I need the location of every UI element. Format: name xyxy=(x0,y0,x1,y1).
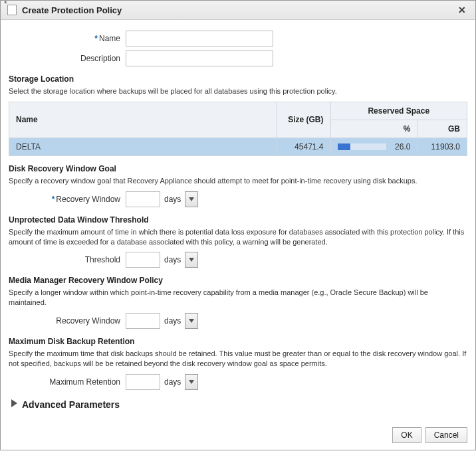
unprotected-unit-dropdown[interactable] xyxy=(185,252,198,268)
media-input[interactable] xyxy=(126,313,160,329)
col-size[interactable]: Size (GB) xyxy=(277,102,330,138)
retention-row: Maximum Retention days xyxy=(9,374,467,390)
expand-icon xyxy=(11,399,18,409)
chevron-down-icon xyxy=(189,258,194,262)
storage-location-desc: Select the storage location where backup… xyxy=(9,86,467,96)
advanced-parameters-label: Advanced Parameters xyxy=(22,399,120,410)
unprotected-label: Threshold xyxy=(9,255,126,264)
disk-window-desc: Specify a recovery window goal that Reco… xyxy=(9,176,467,186)
retention-input[interactable] xyxy=(126,374,160,390)
cell-size: 45471.4 xyxy=(277,138,330,155)
cell-pct: 26.0 xyxy=(330,138,417,155)
media-label: Recovery Window xyxy=(9,316,126,326)
storage-table: Name Size (GB) Reserved Space % GB DELTA… xyxy=(9,102,467,156)
dialog-title: Create Protection Policy xyxy=(22,5,455,15)
unprotected-input[interactable] xyxy=(126,252,160,268)
disk-window-label: *Recovery Window xyxy=(9,195,126,204)
disk-window-row: *Recovery Window days xyxy=(9,191,467,207)
col-reserved-group: Reserved Space xyxy=(330,102,467,120)
dialog-content: *Name Description Storage Location Selec… xyxy=(1,20,475,421)
document-icon xyxy=(7,5,17,15)
retention-desc: Specify the maximum time that disk backu… xyxy=(9,349,467,369)
table-row[interactable]: DELTA45471.426.011903.0 xyxy=(9,138,467,155)
disk-window-heading: Disk Recovery Window Goal xyxy=(9,164,467,173)
chevron-down-icon xyxy=(189,319,194,323)
titlebar: Create Protection Policy ✕ xyxy=(1,1,475,20)
description-input[interactable] xyxy=(126,50,273,66)
media-row: Recovery Window days xyxy=(9,313,467,329)
col-pct[interactable]: % xyxy=(330,120,417,138)
media-unit-dropdown[interactable] xyxy=(185,313,198,329)
dialog-footer: OK Cancel xyxy=(1,421,475,450)
unprotected-row: Threshold days xyxy=(9,252,467,268)
retention-unit-dropdown[interactable] xyxy=(185,374,198,390)
name-row: *Name xyxy=(9,31,467,47)
retention-heading: Maximum Disk Backup Retention xyxy=(9,337,467,346)
retention-label: Maximum Retention xyxy=(9,377,126,387)
svg-marker-3 xyxy=(189,380,194,384)
close-icon[interactable]: ✕ xyxy=(455,5,469,15)
cell-gb: 11903.0 xyxy=(417,138,467,155)
svg-marker-2 xyxy=(189,319,194,323)
description-label: Description xyxy=(9,54,126,63)
create-protection-policy-dialog: Create Protection Policy ✕ *Name Descrip… xyxy=(0,0,476,450)
disk-window-input[interactable] xyxy=(126,191,160,207)
advanced-parameters-toggle[interactable]: Advanced Parameters xyxy=(11,399,467,410)
col-gb[interactable]: GB xyxy=(417,120,467,138)
svg-marker-4 xyxy=(11,399,17,407)
retention-unit: days xyxy=(160,377,185,387)
name-input[interactable] xyxy=(126,31,273,47)
ok-button[interactable]: OK xyxy=(392,427,421,443)
unprotected-unit: days xyxy=(160,255,185,264)
col-name[interactable]: Name xyxy=(9,102,277,138)
disk-window-unit-dropdown[interactable] xyxy=(185,191,198,207)
svg-marker-0 xyxy=(189,197,194,201)
svg-marker-1 xyxy=(189,258,194,262)
media-desc: Specify a longer window within which poi… xyxy=(9,288,467,308)
storage-location-heading: Storage Location xyxy=(9,74,467,84)
unprotected-desc: Specify the maximum amount of time in wh… xyxy=(9,227,467,247)
cell-name: DELTA xyxy=(9,138,277,155)
chevron-down-icon xyxy=(189,380,194,384)
cancel-button[interactable]: Cancel xyxy=(425,427,467,443)
disk-window-unit: days xyxy=(160,195,185,204)
media-heading: Media Manager Recovery Window Policy xyxy=(9,276,467,285)
name-label: *Name xyxy=(9,34,126,43)
description-row: Description xyxy=(9,50,467,66)
unprotected-heading: Unprotected Data Window Threshold xyxy=(9,215,467,225)
chevron-down-icon xyxy=(189,197,194,201)
media-unit: days xyxy=(160,316,185,326)
